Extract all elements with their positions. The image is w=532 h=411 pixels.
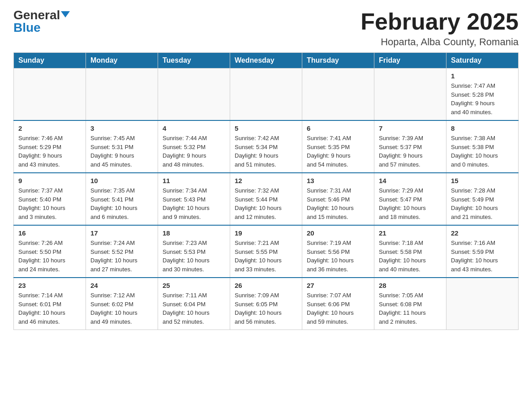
logo-triangle-icon [61, 11, 70, 17]
day-info: Sunrise: 7:18 AM Sunset: 5:58 PM Dayligh… [379, 239, 442, 274]
title-block: February 2025 Hoparta, Alba County, Roma… [360, 9, 519, 48]
day-info: Sunrise: 7:37 AM Sunset: 5:40 PM Dayligh… [18, 186, 81, 221]
weekday-header-thursday: Thursday [302, 53, 374, 68]
calendar-cell: 28Sunrise: 7:05 AM Sunset: 6:08 PM Dayli… [374, 278, 446, 330]
day-info: Sunrise: 7:31 AM Sunset: 5:46 PM Dayligh… [307, 186, 369, 221]
week-row-2: 2Sunrise: 7:46 AM Sunset: 5:29 PM Daylig… [14, 120, 519, 173]
day-number: 13 [307, 177, 369, 184]
calendar-cell: 11Sunrise: 7:34 AM Sunset: 5:43 PM Dayli… [158, 173, 230, 225]
calendar-cell: 24Sunrise: 7:12 AM Sunset: 6:02 PM Dayli… [86, 278, 158, 330]
day-number: 19 [235, 229, 297, 237]
calendar-cell: 13Sunrise: 7:31 AM Sunset: 5:46 PM Dayli… [302, 173, 374, 225]
calendar-cell: 9Sunrise: 7:37 AM Sunset: 5:40 PM Daylig… [14, 173, 86, 225]
day-number: 12 [235, 177, 297, 184]
calendar-cell: 4Sunrise: 7:44 AM Sunset: 5:32 PM Daylig… [158, 120, 230, 173]
day-number: 14 [379, 177, 442, 184]
day-info: Sunrise: 7:09 AM Sunset: 6:05 PM Dayligh… [235, 291, 297, 326]
day-number: 2 [18, 124, 81, 132]
calendar-cell: 10Sunrise: 7:35 AM Sunset: 5:41 PM Dayli… [86, 173, 158, 225]
day-number: 18 [163, 229, 225, 237]
logo: General Blue [13, 9, 70, 34]
calendar-cell [374, 68, 446, 121]
day-info: Sunrise: 7:19 AM Sunset: 5:56 PM Dayligh… [307, 239, 369, 274]
weekday-header-sunday: Sunday [14, 53, 86, 68]
day-number: 26 [235, 282, 297, 289]
day-info: Sunrise: 7:26 AM Sunset: 5:50 PM Dayligh… [18, 239, 81, 274]
day-number: 27 [307, 282, 369, 289]
weekday-header-row: SundayMondayTuesdayWednesdayThursdayFrid… [14, 53, 519, 68]
calendar-cell: 6Sunrise: 7:41 AM Sunset: 5:35 PM Daylig… [302, 120, 374, 173]
day-number: 3 [90, 124, 153, 132]
calendar-cell: 7Sunrise: 7:39 AM Sunset: 5:37 PM Daylig… [374, 120, 446, 173]
day-info: Sunrise: 7:21 AM Sunset: 5:55 PM Dayligh… [235, 239, 297, 274]
day-info: Sunrise: 7:23 AM Sunset: 5:53 PM Dayligh… [163, 239, 225, 274]
day-info: Sunrise: 7:46 AM Sunset: 5:29 PM Dayligh… [18, 134, 81, 169]
weekday-header-wednesday: Wednesday [230, 53, 302, 68]
calendar-cell: 8Sunrise: 7:38 AM Sunset: 5:38 PM Daylig… [446, 120, 519, 173]
logo-general-line: General [13, 9, 70, 21]
calendar-cell: 22Sunrise: 7:16 AM Sunset: 5:59 PM Dayli… [446, 225, 519, 278]
weekday-header-monday: Monday [86, 53, 158, 68]
calendar-cell: 1Sunrise: 7:47 AM Sunset: 5:28 PM Daylig… [446, 68, 519, 121]
calendar-cell: 27Sunrise: 7:07 AM Sunset: 6:06 PM Dayli… [302, 278, 374, 330]
day-info: Sunrise: 7:39 AM Sunset: 5:37 PM Dayligh… [379, 134, 442, 169]
calendar-cell: 19Sunrise: 7:21 AM Sunset: 5:55 PM Dayli… [230, 225, 302, 278]
week-row-3: 9Sunrise: 7:37 AM Sunset: 5:40 PM Daylig… [14, 173, 519, 225]
day-info: Sunrise: 7:35 AM Sunset: 5:41 PM Dayligh… [90, 186, 153, 221]
day-number: 10 [90, 177, 153, 184]
day-number: 16 [18, 229, 81, 237]
day-info: Sunrise: 7:05 AM Sunset: 6:08 PM Dayligh… [379, 291, 442, 326]
logo-blue-text: Blue [13, 21, 41, 34]
calendar-cell: 23Sunrise: 7:14 AM Sunset: 6:01 PM Dayli… [14, 278, 86, 330]
week-row-5: 23Sunrise: 7:14 AM Sunset: 6:01 PM Dayli… [14, 278, 519, 330]
calendar-cell: 2Sunrise: 7:46 AM Sunset: 5:29 PM Daylig… [14, 120, 86, 173]
location-title: Hoparta, Alba County, Romania [360, 36, 519, 48]
page-header: General Blue February 2025 Hoparta, Alba… [13, 9, 519, 48]
calendar-cell: 15Sunrise: 7:28 AM Sunset: 5:49 PM Dayli… [446, 173, 519, 225]
calendar-cell: 26Sunrise: 7:09 AM Sunset: 6:05 PM Dayli… [230, 278, 302, 330]
weekday-header-saturday: Saturday [446, 53, 519, 68]
day-info: Sunrise: 7:45 AM Sunset: 5:31 PM Dayligh… [90, 134, 153, 169]
day-info: Sunrise: 7:12 AM Sunset: 6:02 PM Dayligh… [90, 291, 153, 326]
day-number: 20 [307, 229, 369, 237]
logo-blue-line: Blue [13, 21, 41, 34]
day-number: 11 [163, 177, 225, 184]
day-info: Sunrise: 7:11 AM Sunset: 6:04 PM Dayligh… [163, 291, 225, 326]
day-info: Sunrise: 7:41 AM Sunset: 5:35 PM Dayligh… [307, 134, 369, 169]
day-number: 21 [379, 229, 442, 237]
weekday-header-tuesday: Tuesday [158, 53, 230, 68]
day-info: Sunrise: 7:28 AM Sunset: 5:49 PM Dayligh… [451, 186, 514, 221]
calendar-cell: 20Sunrise: 7:19 AM Sunset: 5:56 PM Dayli… [302, 225, 374, 278]
day-number: 28 [379, 282, 442, 289]
day-number: 4 [163, 124, 225, 132]
calendar-cell: 25Sunrise: 7:11 AM Sunset: 6:04 PM Dayli… [158, 278, 230, 330]
calendar-cell [86, 68, 158, 121]
month-title: February 2025 [360, 9, 519, 34]
day-number: 17 [90, 229, 153, 237]
calendar-cell [14, 68, 86, 121]
day-info: Sunrise: 7:42 AM Sunset: 5:34 PM Dayligh… [235, 134, 297, 169]
day-number: 24 [90, 282, 153, 289]
calendar-cell: 14Sunrise: 7:29 AM Sunset: 5:47 PM Dayli… [374, 173, 446, 225]
weekday-header-friday: Friday [374, 53, 446, 68]
day-info: Sunrise: 7:34 AM Sunset: 5:43 PM Dayligh… [163, 186, 225, 221]
calendar-cell: 18Sunrise: 7:23 AM Sunset: 5:53 PM Dayli… [158, 225, 230, 278]
day-number: 23 [18, 282, 81, 289]
day-number: 8 [451, 124, 514, 132]
calendar-cell: 5Sunrise: 7:42 AM Sunset: 5:34 PM Daylig… [230, 120, 302, 173]
calendar-cell: 16Sunrise: 7:26 AM Sunset: 5:50 PM Dayli… [14, 225, 86, 278]
day-number: 9 [18, 177, 81, 184]
day-number: 5 [235, 124, 297, 132]
day-info: Sunrise: 7:47 AM Sunset: 5:28 PM Dayligh… [451, 81, 514, 116]
calendar-cell [230, 68, 302, 121]
day-number: 22 [451, 229, 514, 237]
calendar-cell: 21Sunrise: 7:18 AM Sunset: 5:58 PM Dayli… [374, 225, 446, 278]
day-number: 6 [307, 124, 369, 132]
day-number: 7 [379, 124, 442, 132]
calendar-table: SundayMondayTuesdayWednesdayThursdayFrid… [13, 52, 519, 330]
day-info: Sunrise: 7:29 AM Sunset: 5:47 PM Dayligh… [379, 186, 442, 221]
day-info: Sunrise: 7:44 AM Sunset: 5:32 PM Dayligh… [163, 134, 225, 169]
logo-general-text: General [13, 8, 70, 22]
day-info: Sunrise: 7:24 AM Sunset: 5:52 PM Dayligh… [90, 239, 153, 274]
day-number: 15 [451, 177, 514, 184]
